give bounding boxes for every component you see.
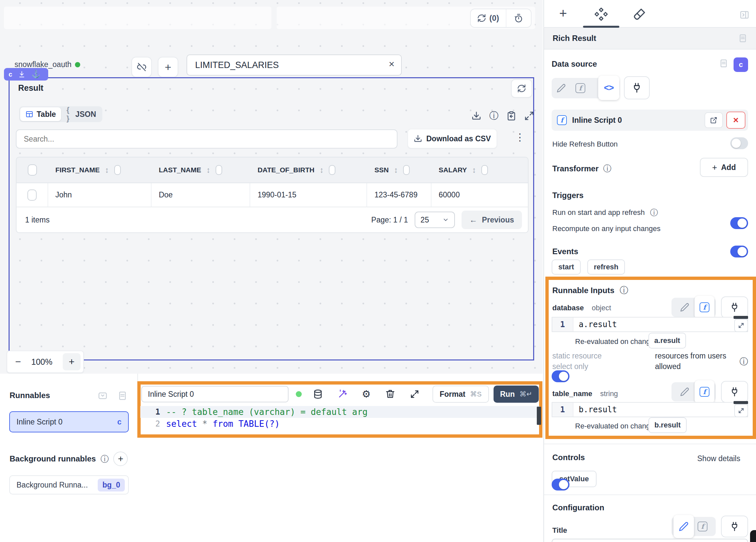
doc-icon[interactable] bbox=[719, 59, 728, 68]
row-checkbox[interactable] bbox=[27, 189, 37, 201]
sort-icon[interactable]: ↕ bbox=[394, 165, 398, 175]
table-row[interactable]: John Doe 1990-01-15 123-45-6789 60000 bbox=[16, 183, 529, 207]
collapse-runnables-icon[interactable] bbox=[98, 391, 108, 401]
add-component-button[interactable]: + bbox=[158, 57, 178, 77]
anchor-icon[interactable]: ⚓ bbox=[31, 70, 40, 79]
column-toggle[interactable] bbox=[114, 165, 121, 175]
remove-script-button[interactable]: × bbox=[726, 112, 745, 129]
ai-wand-icon[interactable] bbox=[337, 389, 347, 399]
plus-icon: + bbox=[165, 61, 171, 74]
doc-icon[interactable] bbox=[738, 34, 747, 43]
title-static-mode-selected[interactable] bbox=[673, 515, 694, 538]
sort-icon[interactable]: ↕ bbox=[472, 165, 476, 175]
connection-label[interactable]: snowflake_oauth bbox=[15, 60, 80, 69]
function-mode-icon[interactable]: f bbox=[575, 83, 585, 93]
inline-script-icon: f bbox=[557, 115, 567, 125]
sort-icon[interactable]: ↕ bbox=[320, 165, 324, 175]
recompute-toggle[interactable] bbox=[730, 246, 748, 257]
sort-icon[interactable]: ↕ bbox=[206, 165, 210, 175]
table-name-expr-editor[interactable]: 1 b.result bbox=[552, 402, 748, 417]
info-icon[interactable]: ⓘ bbox=[489, 110, 498, 122]
run-on-start-toggle[interactable] bbox=[730, 217, 748, 229]
page-size-select[interactable]: 25 bbox=[415, 212, 455, 228]
table-name-reeval-toggle[interactable] bbox=[552, 479, 569, 491]
info-icon[interactable]: ⓘ bbox=[739, 356, 748, 367]
script-name-input[interactable] bbox=[148, 387, 283, 402]
tab-component-settings[interactable] bbox=[594, 7, 608, 21]
trash-icon[interactable] bbox=[385, 389, 395, 399]
info-icon[interactable]: ⓘ bbox=[620, 285, 628, 296]
docs-icon[interactable] bbox=[118, 391, 127, 401]
open-script-button[interactable] bbox=[704, 112, 723, 128]
zoom-out-button[interactable]: − bbox=[15, 356, 21, 367]
tab-styling-brush[interactable] bbox=[633, 7, 646, 20]
tab-insert[interactable]: + bbox=[559, 6, 567, 21]
table-name-eval-mode-selected[interactable]: f bbox=[695, 380, 714, 403]
fullscreen-icon[interactable] bbox=[524, 111, 534, 121]
info-icon[interactable]: ⓘ bbox=[650, 207, 658, 218]
zoom-in-button[interactable]: + bbox=[63, 353, 81, 370]
clear-input-icon[interactable]: × bbox=[389, 58, 395, 70]
component-id-badge[interactable]: c bbox=[734, 57, 748, 72]
component-toolbar-chip[interactable]: c ⚓ bbox=[4, 68, 48, 81]
connect-input-button[interactable] bbox=[624, 76, 650, 99]
event-chip-start[interactable]: start bbox=[552, 259, 581, 275]
column-toggle[interactable] bbox=[329, 165, 335, 175]
app-refresh-button[interactable]: (0) bbox=[471, 9, 506, 27]
reeval-target-chip[interactable]: a.result bbox=[648, 333, 686, 349]
sort-icon[interactable]: ↕ bbox=[105, 165, 109, 175]
sql-code-editor[interactable]: 1 -- ? table_name (varchar) = default ar… bbox=[140, 406, 539, 430]
select-all-checkbox[interactable] bbox=[28, 164, 37, 176]
pencil-mode-icon[interactable] bbox=[680, 303, 689, 312]
format-button[interactable]: Format ⌘S bbox=[432, 386, 489, 403]
hide-refresh-toggle[interactable] bbox=[730, 137, 748, 149]
database-eval-mode-selected[interactable]: f bbox=[695, 296, 714, 319]
result-refresh-button[interactable] bbox=[511, 79, 532, 98]
code-mode-button-selected[interactable]: <> bbox=[598, 76, 619, 100]
expand-down-icon[interactable] bbox=[18, 71, 25, 78]
connect-table-name-button[interactable] bbox=[721, 381, 748, 403]
history-button[interactable] bbox=[506, 9, 531, 27]
connect-database-button[interactable] bbox=[721, 296, 748, 318]
add-background-runnable-button[interactable]: + bbox=[113, 452, 128, 466]
run-button[interactable]: Run ⌘↵ bbox=[494, 386, 539, 403]
title-value-input[interactable] bbox=[552, 539, 748, 542]
data-source-script-row[interactable]: f Inline Script 0 × bbox=[552, 110, 748, 131]
download-icon[interactable] bbox=[471, 111, 481, 121]
pencil-mode-icon[interactable] bbox=[680, 387, 689, 396]
table-select-input[interactable] bbox=[195, 55, 380, 75]
reeval-target-chip[interactable]: b.result bbox=[648, 417, 687, 433]
connect-title-button[interactable] bbox=[721, 516, 748, 537]
download-csv-button[interactable]: Download as CSV bbox=[407, 129, 497, 149]
column-toggle[interactable] bbox=[403, 165, 410, 175]
expand-expr-button[interactable] bbox=[734, 404, 748, 417]
tab-table[interactable]: Table bbox=[20, 107, 61, 121]
copy-result-icon[interactable] bbox=[506, 111, 516, 121]
column-toggle[interactable] bbox=[216, 165, 222, 175]
database-expr-editor[interactable]: 1 a.result bbox=[552, 317, 748, 332]
previous-page-button[interactable]: ← Previous bbox=[462, 211, 522, 229]
runnable-item-inline-script-0[interactable]: Inline Script 0 c bbox=[9, 411, 129, 432]
database-icon[interactable] bbox=[313, 389, 323, 399]
runnable-item-background-0[interactable]: Background Runna... bg_0 bbox=[9, 475, 129, 494]
collapse-panel-icon[interactable] bbox=[739, 10, 749, 20]
event-chip-refresh[interactable]: refresh bbox=[587, 259, 625, 275]
add-transformer-button[interactable]: + Add bbox=[700, 158, 748, 177]
gear-icon[interactable]: ⚙ bbox=[362, 389, 371, 399]
unlink-button[interactable] bbox=[131, 57, 152, 77]
line-number: 2 bbox=[140, 419, 166, 428]
pencil-mode-icon[interactable] bbox=[557, 84, 566, 93]
info-icon[interactable]: ⓘ bbox=[100, 454, 109, 464]
refresh-icon bbox=[517, 84, 526, 93]
tab-json[interactable]: { } JSON bbox=[61, 107, 101, 121]
column-toggle[interactable] bbox=[481, 165, 488, 175]
expand-expr-button[interactable] bbox=[734, 319, 748, 332]
show-details-link[interactable]: Show details bbox=[697, 454, 740, 463]
search-input[interactable] bbox=[24, 130, 387, 148]
function-mode-icon[interactable]: f bbox=[698, 522, 707, 531]
database-reeval-toggle[interactable] bbox=[552, 370, 569, 382]
editor-scrollbar-thumb[interactable] bbox=[537, 407, 541, 425]
table-menu-kebab[interactable]: ⋮ bbox=[515, 131, 525, 143]
info-icon[interactable]: ⓘ bbox=[603, 163, 611, 174]
expand-editor-icon[interactable] bbox=[410, 389, 420, 399]
